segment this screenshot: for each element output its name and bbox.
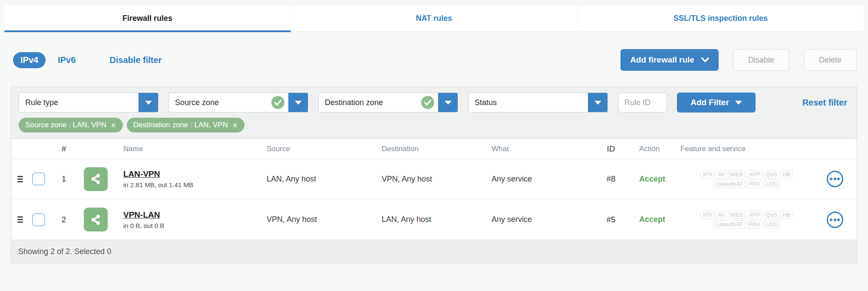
- rule-what: Any service: [483, 175, 591, 184]
- dropdown-arrow-icon[interactable]: [139, 93, 158, 112]
- feature-badge: IPS: [700, 211, 714, 219]
- table-header-row: # Name Source Destination What ID Action…: [11, 139, 857, 159]
- feature-badge: WEB: [728, 211, 746, 219]
- disable-button[interactable]: Disable: [733, 49, 789, 71]
- destination-zone-dropdown[interactable]: Destination zone: [318, 93, 458, 112]
- dropdown-arrow-icon[interactable]: [288, 93, 308, 112]
- rule-type-share-icon: [84, 167, 108, 191]
- row-menu-ellipsis-button[interactable]: [827, 212, 843, 228]
- rule-type-dropdown[interactable]: Rule type: [19, 93, 158, 112]
- row-index: 2: [51, 215, 76, 225]
- status-dropdown-label: Status: [469, 98, 588, 107]
- dropdown-arrow-icon[interactable]: [588, 93, 607, 112]
- filter-active-check-icon: [271, 96, 284, 109]
- add-filter-label: Add Filter: [690, 98, 729, 107]
- feature-badges: IPSAVWEBAPPQoSHB LinkedNATPRXLOG: [680, 170, 813, 188]
- feature-badge: AV: [715, 170, 726, 179]
- chip-label: Destination zone : LAN, VPN: [133, 121, 228, 129]
- tab-firewall-rules[interactable]: Firewall rules: [4, 5, 290, 31]
- table-row: 1 LAN-VPN in 2.81 MB, out 1.41 MB LAN, A…: [11, 159, 857, 199]
- destination-zone-dropdown-label: Destination zone: [319, 98, 421, 107]
- feature-badge: IPS: [700, 170, 714, 179]
- rule-traffic-stats: in 0 B, out 0 B: [123, 222, 258, 229]
- destination-zone-filter-chip[interactable]: Destination zone : LAN, VPN ✕: [127, 118, 244, 132]
- feature-badge: QoS: [763, 211, 779, 219]
- tab-ssl-tls-inspection-rules[interactable]: SSL/TLS inspection rules: [577, 5, 864, 31]
- rule-source: VPN, Any host: [258, 215, 373, 224]
- filter-chip-row: Source zone : LAN, VPN ✕ Destination zon…: [11, 117, 857, 139]
- chevron-down-icon: [735, 101, 742, 105]
- source-zone-filter-chip[interactable]: Source zone : LAN, VPN ✕: [19, 118, 123, 132]
- delete-button[interactable]: Delete: [804, 49, 857, 71]
- status-dropdown[interactable]: Status: [468, 93, 608, 112]
- header-what: What: [483, 145, 591, 153]
- row-checkbox[interactable]: [32, 172, 45, 185]
- rule-action: Accept: [639, 215, 665, 224]
- row-count-summary: Showing 2 of 2. Selected 0: [18, 247, 111, 256]
- add-firewall-rule-label: Add firewall rule: [630, 55, 694, 65]
- rule-name-link[interactable]: VPN-LAN: [123, 210, 160, 220]
- drag-handle-icon[interactable]: [16, 174, 25, 184]
- rule-what: Any service: [483, 215, 591, 224]
- tab-nat-rules[interactable]: NAT rules: [290, 5, 577, 31]
- feature-badge: LOG: [764, 180, 780, 188]
- header-feature-and-service: Feature and service: [680, 145, 813, 153]
- feature-badge: APP: [746, 211, 762, 219]
- rule-name-link[interactable]: LAN-VPN: [123, 169, 160, 179]
- rule-destination: VPN, Any host: [373, 175, 483, 184]
- row-index: 1: [51, 174, 76, 184]
- reset-filter-link[interactable]: Reset filter: [802, 98, 847, 108]
- filter-active-check-icon: [421, 96, 434, 109]
- rule-type-share-icon: [84, 208, 108, 231]
- firewall-rules-panel: Rule type Source zone Destination zone: [11, 86, 857, 263]
- feature-badge: APP: [746, 170, 762, 179]
- toolbar: IPv4 IPv6 Disable filter Add firewall ru…: [0, 43, 868, 77]
- add-firewall-rule-button[interactable]: Add firewall rule: [620, 49, 719, 71]
- ipv4-toggle[interactable]: IPv4: [13, 52, 46, 68]
- feature-badge: LOG: [764, 220, 780, 228]
- feature-badges: IPSAVWEBAPPQoSHB LinkedNATPRXLOG: [680, 211, 813, 228]
- add-filter-button[interactable]: Add Filter: [677, 93, 756, 112]
- source-zone-dropdown-label: Source zone: [169, 98, 271, 107]
- filter-row: Rule type Source zone Destination zone: [11, 87, 857, 117]
- feature-badge: LinkedNAT: [713, 220, 745, 228]
- rule-id: #8: [591, 174, 630, 184]
- row-menu-ellipsis-button[interactable]: [827, 171, 843, 187]
- remove-chip-icon[interactable]: ✕: [232, 122, 238, 129]
- drag-handle-icon[interactable]: [16, 215, 25, 225]
- feature-badge: AV: [715, 211, 726, 219]
- header-id: ID: [591, 144, 630, 154]
- remove-chip-icon[interactable]: ✕: [111, 122, 116, 129]
- rule-id-input[interactable]: [618, 93, 667, 112]
- rule-action: Accept: [639, 175, 665, 183]
- source-zone-dropdown[interactable]: Source zone: [168, 93, 308, 112]
- feature-badge: PRX: [746, 180, 762, 188]
- row-checkbox[interactable]: [32, 213, 45, 226]
- feature-badge: WEB: [728, 170, 746, 179]
- feature-badge: QoS: [763, 170, 779, 179]
- header-destination: Destination: [373, 145, 483, 153]
- rule-destination: LAN, Any host: [373, 215, 483, 224]
- header-source: Source: [258, 145, 373, 153]
- table-footer: Showing 2 of 2. Selected 0: [11, 240, 857, 263]
- feature-badge: HB: [780, 170, 792, 179]
- rule-id: #5: [591, 215, 630, 225]
- tab-bar: Firewall rules NAT rules SSL/TLS inspect…: [4, 5, 864, 32]
- ipv6-toggle[interactable]: IPv6: [58, 55, 76, 65]
- chip-label: Source zone : LAN, VPN: [25, 121, 106, 129]
- dropdown-arrow-icon[interactable]: [438, 93, 458, 112]
- chevron-down-icon: [701, 57, 709, 63]
- rule-type-dropdown-label: Rule type: [19, 98, 139, 107]
- rule-source: LAN, Any host: [258, 175, 373, 184]
- feature-badge: LinkedNAT: [713, 180, 745, 188]
- header-action: Action: [630, 145, 680, 153]
- feature-badge: PRX: [746, 220, 762, 228]
- header-number: #: [51, 144, 76, 154]
- rule-traffic-stats: in 2.81 MB, out 1.41 MB: [123, 181, 258, 188]
- firewall-rules-table: # Name Source Destination What ID Action…: [11, 139, 857, 240]
- table-row: 2 VPN-LAN in 0 B, out 0 B VPN, Any host: [11, 199, 857, 240]
- header-name: Name: [115, 145, 258, 153]
- disable-filter-link[interactable]: Disable filter: [109, 55, 162, 65]
- feature-badge: HB: [780, 211, 792, 219]
